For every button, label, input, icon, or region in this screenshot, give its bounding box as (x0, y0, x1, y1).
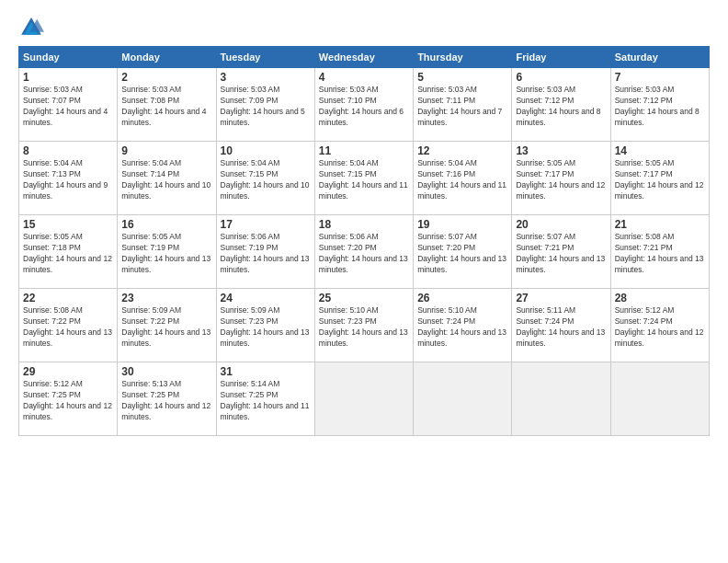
day-info: Sunrise: 5:05 AMSunset: 7:17 PMDaylight:… (516, 158, 606, 202)
calendar-cell: 31Sunrise: 5:14 AMSunset: 7:25 PMDayligh… (216, 362, 314, 436)
day-number: 20 (516, 218, 606, 231)
day-info: Sunrise: 5:03 AMSunset: 7:08 PMDaylight:… (121, 85, 211, 129)
day-number: 3 (221, 71, 311, 84)
day-number: 10 (221, 144, 311, 157)
calendar-cell: 23Sunrise: 5:09 AMSunset: 7:22 PMDayligh… (118, 289, 216, 362)
day-number: 15 (23, 218, 113, 231)
day-info: Sunrise: 5:12 AMSunset: 7:25 PMDaylight:… (23, 379, 113, 423)
header-row (18, 15, 710, 40)
day-number: 21 (615, 218, 705, 231)
calendar-cell (314, 362, 413, 436)
calendar-cell: 21Sunrise: 5:08 AMSunset: 7:21 PMDayligh… (610, 215, 709, 289)
column-header-monday: Monday (118, 47, 216, 68)
day-number: 23 (121, 292, 211, 304)
calendar-cell: 12Sunrise: 5:04 AMSunset: 7:16 PMDayligh… (414, 142, 512, 215)
calendar-cell: 2Sunrise: 5:03 AMSunset: 7:08 PMDaylight… (118, 68, 216, 142)
day-info: Sunrise: 5:06 AMSunset: 7:19 PMDaylight:… (221, 232, 311, 276)
calendar-cell: 24Sunrise: 5:09 AMSunset: 7:23 PMDayligh… (216, 289, 314, 362)
day-number: 7 (615, 71, 705, 84)
day-number: 24 (221, 292, 311, 304)
day-number: 19 (417, 218, 507, 231)
column-header-thursday: Thursday (414, 47, 512, 68)
day-number: 6 (516, 71, 606, 84)
calendar-cell: 27Sunrise: 5:11 AMSunset: 7:24 PMDayligh… (512, 289, 610, 362)
day-number: 4 (319, 71, 409, 84)
calendar-cell: 19Sunrise: 5:07 AMSunset: 7:20 PMDayligh… (414, 215, 512, 289)
calendar-cell: 13Sunrise: 5:05 AMSunset: 7:17 PMDayligh… (512, 142, 610, 215)
day-number: 29 (23, 365, 113, 378)
day-number: 18 (319, 218, 409, 231)
calendar-cell: 28Sunrise: 5:12 AMSunset: 7:24 PMDayligh… (610, 289, 709, 362)
calendar-cell: 22Sunrise: 5:08 AMSunset: 7:22 PMDayligh… (19, 289, 118, 362)
day-info: Sunrise: 5:05 AMSunset: 7:17 PMDaylight:… (615, 158, 705, 202)
day-info: Sunrise: 5:14 AMSunset: 7:25 PMDaylight:… (221, 379, 311, 423)
calendar-cell: 20Sunrise: 5:07 AMSunset: 7:21 PMDayligh… (512, 215, 610, 289)
calendar-cell: 18Sunrise: 5:06 AMSunset: 7:20 PMDayligh… (314, 215, 413, 289)
day-number: 1 (23, 71, 113, 84)
calendar-cell: 29Sunrise: 5:12 AMSunset: 7:25 PMDayligh… (19, 362, 118, 436)
calendar-cell (414, 362, 512, 436)
column-header-sunday: Sunday (19, 47, 118, 68)
logo (18, 15, 46, 40)
day-info: Sunrise: 5:04 AMSunset: 7:14 PMDaylight:… (121, 158, 211, 202)
logo-icon (18, 15, 44, 40)
calendar-cell (512, 362, 610, 436)
day-number: 26 (417, 292, 507, 304)
day-number: 11 (319, 144, 409, 157)
calendar-cell: 11Sunrise: 5:04 AMSunset: 7:15 PMDayligh… (314, 142, 413, 215)
day-number: 9 (121, 144, 211, 157)
day-number: 13 (516, 144, 606, 157)
day-info: Sunrise: 5:08 AMSunset: 7:22 PMDaylight:… (23, 305, 113, 350)
calendar-cell: 3Sunrise: 5:03 AMSunset: 7:09 PMDaylight… (216, 68, 314, 142)
calendar-cell (610, 362, 709, 436)
day-number: 2 (121, 71, 211, 84)
day-number: 31 (221, 365, 311, 378)
calendar-cell: 9Sunrise: 5:04 AMSunset: 7:14 PMDaylight… (118, 142, 216, 215)
day-info: Sunrise: 5:09 AMSunset: 7:23 PMDaylight:… (221, 305, 311, 350)
day-number: 30 (121, 365, 211, 378)
column-header-saturday: Saturday (610, 47, 709, 68)
calendar-cell: 7Sunrise: 5:03 AMSunset: 7:12 PMDaylight… (610, 68, 709, 142)
week-row-3: 15Sunrise: 5:05 AMSunset: 7:18 PMDayligh… (19, 215, 710, 289)
calendar-cell: 10Sunrise: 5:04 AMSunset: 7:15 PMDayligh… (216, 142, 314, 215)
day-info: Sunrise: 5:03 AMSunset: 7:11 PMDaylight:… (417, 85, 507, 129)
day-info: Sunrise: 5:04 AMSunset: 7:16 PMDaylight:… (417, 158, 507, 202)
day-info: Sunrise: 5:04 AMSunset: 7:15 PMDaylight:… (221, 158, 311, 202)
day-info: Sunrise: 5:03 AMSunset: 7:07 PMDaylight:… (23, 85, 113, 129)
week-row-2: 8Sunrise: 5:04 AMSunset: 7:13 PMDaylight… (19, 142, 710, 215)
calendar-cell: 17Sunrise: 5:06 AMSunset: 7:19 PMDayligh… (216, 215, 314, 289)
day-info: Sunrise: 5:03 AMSunset: 7:09 PMDaylight:… (221, 85, 311, 129)
day-info: Sunrise: 5:10 AMSunset: 7:23 PMDaylight:… (319, 305, 409, 350)
day-info: Sunrise: 5:06 AMSunset: 7:20 PMDaylight:… (319, 232, 409, 276)
day-info: Sunrise: 5:04 AMSunset: 7:13 PMDaylight:… (23, 158, 113, 202)
week-row-4: 22Sunrise: 5:08 AMSunset: 7:22 PMDayligh… (19, 289, 710, 362)
calendar-cell: 16Sunrise: 5:05 AMSunset: 7:19 PMDayligh… (118, 215, 216, 289)
day-number: 8 (23, 144, 113, 157)
day-number: 27 (516, 292, 606, 304)
column-header-wednesday: Wednesday (314, 47, 413, 68)
day-info: Sunrise: 5:11 AMSunset: 7:24 PMDaylight:… (516, 305, 606, 350)
column-header-tuesday: Tuesday (216, 47, 314, 68)
column-header-friday: Friday (512, 47, 610, 68)
day-info: Sunrise: 5:07 AMSunset: 7:21 PMDaylight:… (516, 232, 606, 276)
calendar-cell: 8Sunrise: 5:04 AMSunset: 7:13 PMDaylight… (19, 142, 118, 215)
day-info: Sunrise: 5:07 AMSunset: 7:20 PMDaylight:… (417, 232, 507, 276)
calendar-cell: 6Sunrise: 5:03 AMSunset: 7:12 PMDaylight… (512, 68, 610, 142)
day-number: 25 (319, 292, 409, 304)
calendar-cell: 5Sunrise: 5:03 AMSunset: 7:11 PMDaylight… (414, 68, 512, 142)
header-row-days: SundayMondayTuesdayWednesdayThursdayFrid… (19, 47, 710, 68)
day-info: Sunrise: 5:10 AMSunset: 7:24 PMDaylight:… (417, 305, 507, 350)
day-info: Sunrise: 5:13 AMSunset: 7:25 PMDaylight:… (121, 379, 211, 423)
calendar-cell: 30Sunrise: 5:13 AMSunset: 7:25 PMDayligh… (118, 362, 216, 436)
day-info: Sunrise: 5:03 AMSunset: 7:10 PMDaylight:… (319, 85, 409, 129)
day-info: Sunrise: 5:12 AMSunset: 7:24 PMDaylight:… (615, 305, 705, 350)
calendar-container: SundayMondayTuesdayWednesdayThursdayFrid… (0, 0, 728, 445)
day-number: 12 (417, 144, 507, 157)
day-info: Sunrise: 5:08 AMSunset: 7:21 PMDaylight:… (615, 232, 705, 276)
calendar-cell: 1Sunrise: 5:03 AMSunset: 7:07 PMDaylight… (19, 68, 118, 142)
day-number: 16 (121, 218, 211, 231)
week-row-5: 29Sunrise: 5:12 AMSunset: 7:25 PMDayligh… (19, 362, 710, 436)
day-number: 28 (615, 292, 705, 304)
calendar-cell: 25Sunrise: 5:10 AMSunset: 7:23 PMDayligh… (314, 289, 413, 362)
day-number: 14 (615, 144, 705, 157)
